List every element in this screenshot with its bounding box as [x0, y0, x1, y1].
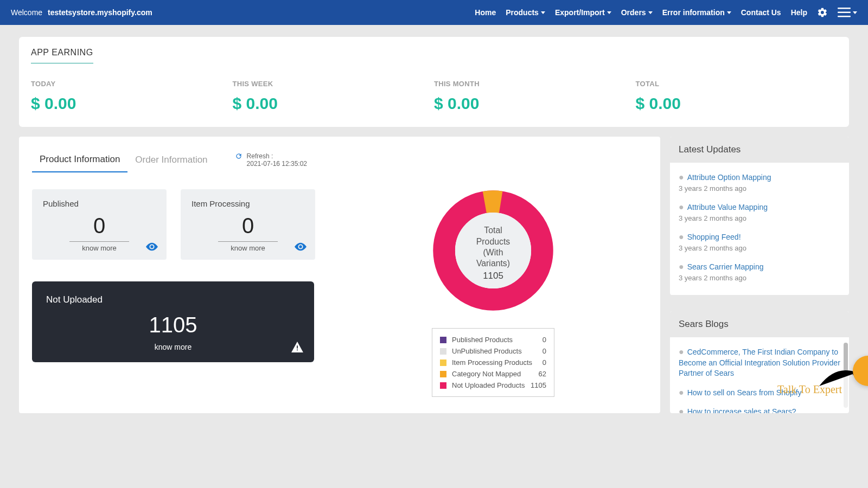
earning-this-week: THIS WEEK $ 0.00 [233, 80, 435, 113]
nav-products[interactable]: Products [506, 8, 545, 17]
know-more-published[interactable]: know more [43, 244, 156, 252]
svg-text:Variants): Variants) [476, 259, 510, 268]
svg-text:1105: 1105 [483, 271, 503, 281]
tabs: Product Information Order Information Re… [32, 147, 647, 173]
earning-this-month: THIS MONTH $ 0.00 [434, 80, 636, 113]
right-column: Latest Updates ●Attribute Option Mapping… [670, 137, 849, 413]
legend-row: Item Processing Products 0 [440, 357, 546, 368]
scrollbar-thumb[interactable] [844, 343, 848, 375]
eye-icon[interactable] [295, 242, 307, 253]
gear-icon[interactable] [817, 7, 828, 18]
update-link[interactable]: Attribute Option Mapping [687, 173, 771, 182]
welcome-label: Welcome [11, 8, 42, 17]
blog-link[interactable]: CedCommerce, The First Indian Company to… [679, 348, 840, 377]
main-row: Product Information Order Information Re… [19, 137, 849, 413]
donut-chart-wrap: Total Products (With Variants) 1105 Publ… [339, 189, 647, 397]
update-item: ●Attribute Option Mapping 3 years 2 mont… [679, 168, 840, 198]
nav-orders[interactable]: Orders [621, 8, 653, 17]
know-more-item-processing[interactable]: know more [192, 244, 304, 252]
legend-row: Published Products 0 [440, 334, 546, 345]
refresh-block[interactable]: Refresh : 2021-07-16 12:35:02 [235, 152, 307, 168]
warning-icon [291, 342, 303, 355]
know-more-not-uploaded[interactable]: know more [46, 343, 300, 351]
nav-error-info[interactable]: Error information [662, 8, 731, 17]
caret-down-icon [727, 11, 731, 14]
blog-link[interactable]: How to sell on Sears from Shopify [687, 388, 802, 397]
svg-text:(With: (With [483, 248, 503, 257]
legend-row: Not Uploaded Products 1105 [440, 380, 546, 391]
update-link[interactable]: Shopping Feed! [687, 233, 741, 241]
legend-swatch [440, 359, 446, 366]
top-navbar: Welcome testetsystore.myshopify.com Home… [0, 0, 868, 25]
tab-product-information[interactable]: Product Information [32, 147, 127, 172]
latest-updates-body: ●Attribute Option Mapping 3 years 2 mont… [670, 163, 849, 295]
caret-down-icon [853, 11, 857, 14]
latest-updates-heading: Latest Updates [670, 137, 849, 163]
caret-down-icon [648, 11, 653, 14]
nav-export-import[interactable]: Export/Import [555, 8, 611, 17]
card-item-processing: Item Processing 0 know more [181, 189, 315, 260]
tab-order-information[interactable]: Order Information [127, 148, 215, 172]
sears-blogs-heading: Sears Blogs [670, 311, 849, 337]
caret-down-icon [607, 11, 611, 14]
sears-blogs-body: ●CedCommerce, The First Indian Company t… [670, 337, 849, 413]
chat-bubble-icon[interactable] [853, 356, 868, 386]
info-grid: Published 0 know more Item Processing 0 … [32, 189, 647, 397]
info-left: Published 0 know more Item Processing 0 … [32, 189, 325, 397]
nav-help[interactable]: Help [791, 8, 807, 17]
blog-item: ●How to increase sales at Sears? [679, 402, 840, 413]
svg-text:Total: Total [484, 226, 502, 235]
latest-updates-panel: Latest Updates ●Attribute Option Mapping… [670, 137, 849, 295]
refresh-icon[interactable] [235, 152, 242, 162]
legend-swatch [440, 371, 446, 377]
hamburger-menu-icon[interactable] [838, 8, 857, 17]
blog-item: ●CedCommerce, The First Indian Company t… [679, 343, 840, 383]
caret-down-icon [541, 11, 545, 14]
refresh-label: Refresh : [247, 152, 307, 160]
refresh-timestamp: 2021-07-16 12:35:02 [247, 160, 307, 168]
svg-rect-0 [838, 8, 851, 9]
update-item: ●Shopping Feed! 3 years 2 months ago [679, 228, 840, 258]
card-published: Published 0 know more [32, 189, 167, 260]
update-item: ●Attribute Value Mapping 3 years 2 month… [679, 198, 840, 228]
app-earning-panel: APP EARNING TODAY $ 0.00 THIS WEEK $ 0.0… [19, 37, 849, 127]
earning-today: TODAY $ 0.00 [31, 80, 233, 113]
update-link[interactable]: Attribute Value Mapping [687, 203, 768, 211]
nav-home[interactable]: Home [475, 8, 496, 17]
legend-swatch [440, 382, 446, 389]
eye-icon[interactable] [146, 242, 158, 253]
legend-swatch [440, 348, 446, 355]
blog-link[interactable]: How to increase sales at Sears? [687, 407, 796, 413]
legend-row: Category Not Mapped 62 [440, 368, 546, 380]
blog-item: ●How to sell on Sears from Shopify [679, 383, 840, 403]
svg-text:Products: Products [476, 237, 510, 246]
card-not-uploaded: Not Uploaded 1105 know more [32, 281, 314, 362]
app-earning-heading: APP EARNING [31, 48, 93, 63]
legend-row: UnPublished Products 0 [440, 345, 546, 357]
sears-blogs-panel: Sears Blogs ●CedCommerce, The First Indi… [670, 311, 849, 413]
nav-contact-us[interactable]: Contact Us [741, 8, 781, 17]
store-domain: testetsystore.myshopify.com [48, 8, 152, 17]
svg-rect-1 [838, 12, 851, 14]
donut-chart: Total Products (With Variants) 1105 [432, 189, 554, 312]
chart-legend: Published Products 0 UnPublished Product… [432, 328, 554, 397]
svg-rect-2 [838, 16, 851, 17]
welcome-text: Welcome testetsystore.myshopify.com [11, 8, 152, 17]
product-info-panel: Product Information Order Information Re… [19, 137, 660, 413]
stat-cards: Published 0 know more Item Processing 0 … [32, 189, 325, 260]
update-link[interactable]: Sears Carrier Mapping [687, 262, 764, 271]
earning-total: TOTAL $ 0.00 [636, 80, 838, 113]
update-item: ●Sears Carrier Mapping 3 years 2 months … [679, 258, 840, 287]
earning-row: TODAY $ 0.00 THIS WEEK $ 0.00 THIS MONTH… [31, 80, 837, 113]
legend-swatch [440, 337, 446, 343]
nav-right: Home Products Export/Import Orders Error… [475, 7, 857, 18]
